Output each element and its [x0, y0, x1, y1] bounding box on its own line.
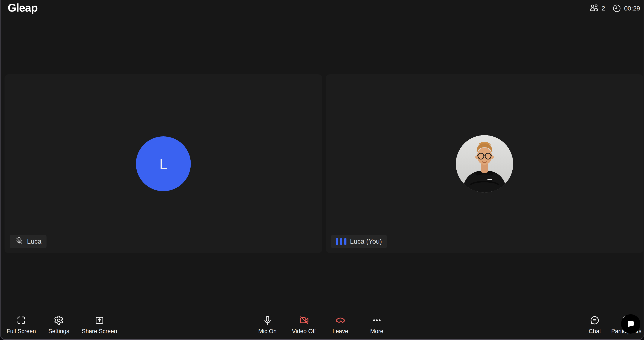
share-screen-button[interactable]: Share Screen: [82, 314, 117, 335]
toolbar-label: Mic On: [258, 328, 277, 335]
toolbar-label: Video Off: [292, 328, 316, 335]
video-toggle-button[interactable]: Video Off: [286, 314, 322, 335]
video-grid: L Luca: [4, 74, 643, 253]
settings-button[interactable]: Settings: [48, 314, 70, 335]
toolbar-center-group: Mic On Video Off Leave: [249, 314, 395, 335]
toolbar-label: Chat: [589, 328, 601, 335]
participant-name: Luca (You): [350, 238, 382, 245]
users-icon: [589, 3, 599, 13]
avatar-letter: L: [136, 136, 191, 191]
toolbar-label: More: [370, 328, 384, 335]
toolbar-label: Settings: [48, 328, 70, 335]
chat-icon: [590, 314, 600, 326]
gleap-logo: Gleap: [8, 1, 38, 14]
toolbar-label: Share Screen: [82, 328, 117, 335]
chat-bubble-icon: [626, 319, 636, 330]
video-call-window: Gleap 2: [0, 0, 644, 340]
call-duration-value: 00:29: [624, 5, 640, 12]
mic-icon: [262, 314, 273, 326]
full-screen-button[interactable]: Full Screen: [7, 314, 36, 335]
video-tile-self[interactable]: Luca (You): [326, 74, 644, 253]
toolbar-left-group: Full Screen Settings: [7, 314, 117, 335]
mic-off-icon: [15, 236, 23, 247]
feedback-widget-button[interactable]: [621, 314, 640, 334]
audio-bar: [340, 238, 342, 245]
participant-name: Luca: [27, 238, 42, 245]
video-off-icon: [299, 314, 309, 326]
video-call-app: Gleap 2: [0, 0, 644, 340]
audio-bar: [344, 238, 346, 245]
audio-level-bars-icon: [336, 238, 346, 245]
audio-bar: [336, 238, 338, 245]
leave-call-icon: [335, 314, 346, 326]
name-tag-self: Luca (You): [331, 235, 387, 248]
session-info: 2 00:29: [589, 3, 640, 13]
toolbar-label: Full Screen: [7, 328, 36, 335]
fullscreen-icon: [16, 314, 26, 326]
chat-button[interactable]: Chat: [589, 314, 601, 335]
leave-call-button[interactable]: Leave: [322, 314, 359, 335]
participant-count: 2: [589, 3, 605, 13]
participant-count-value: 2: [602, 5, 605, 12]
mic-toggle-button[interactable]: Mic On: [249, 314, 286, 335]
toolbar-label: Leave: [332, 328, 348, 335]
share-screen-icon: [94, 314, 104, 326]
gear-icon: [54, 314, 64, 326]
video-tile-remote[interactable]: L Luca: [4, 74, 322, 253]
call-duration: 00:29: [612, 4, 640, 13]
self-avatar-photo: [456, 135, 513, 192]
name-tag-remote: Luca: [10, 235, 46, 248]
more-dots-icon: [372, 314, 382, 326]
more-options-button[interactable]: More: [359, 314, 395, 335]
clock-icon: [612, 4, 622, 13]
